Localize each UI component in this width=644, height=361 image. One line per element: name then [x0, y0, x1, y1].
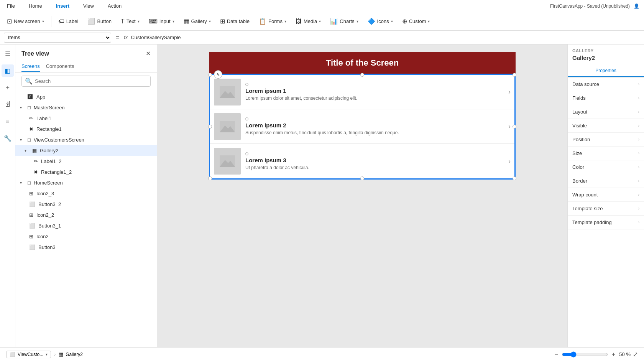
add-icon[interactable]: ＋: [2, 81, 14, 94]
prop-color[interactable]: Color ›: [568, 160, 644, 174]
tree-node-viewcustomersscreen[interactable]: ▾ □ ViewCustomersScreen: [15, 134, 157, 145]
right-tab-properties[interactable]: Properties: [568, 65, 644, 77]
new-screen-icon: ⊡: [7, 18, 12, 25]
text-button[interactable]: T Text ▾: [117, 16, 143, 27]
handle-br[interactable]: [513, 176, 516, 180]
prop-layout-arrow: ›: [638, 110, 639, 114]
prop-template-padding[interactable]: Template padding ›: [568, 216, 644, 229]
prop-wrap-count[interactable]: Wrap count ›: [568, 188, 644, 202]
tree-node-rectangle1[interactable]: ✖ Rectangle1: [15, 124, 157, 134]
search-input[interactable]: [35, 78, 147, 84]
hamburger-icon[interactable]: ☰: [2, 48, 14, 60]
tree-node-button3-1[interactable]: ⬜ Button3_1: [15, 220, 157, 231]
homescreen-checkbox: □: [28, 180, 31, 186]
icons-button[interactable]: 🔷 Icons ▾: [364, 16, 397, 27]
prop-layout[interactable]: Layout ›: [568, 105, 644, 119]
prop-position[interactable]: Position ›: [568, 133, 644, 147]
handle-tl[interactable]: [208, 73, 212, 77]
items-dropdown[interactable]: Items: [4, 33, 111, 43]
gallery-button[interactable]: ▦ Gallery ▾: [180, 16, 215, 27]
new-screen-button[interactable]: ⊡ New screen ▾: [3, 16, 48, 27]
tree-node-label1-2[interactable]: ✏ Label1_2: [15, 156, 157, 166]
forms-button[interactable]: 📋 Forms ▾: [255, 16, 290, 27]
tab-screens[interactable]: Screens: [21, 61, 40, 72]
tree-node-rectangle1-label: Rectangle1: [36, 126, 152, 132]
button3-icon: ⬜: [29, 244, 35, 250]
formula-input[interactable]: [131, 33, 640, 43]
prop-template-size[interactable]: Template size ›: [568, 202, 644, 216]
tree-node-icon2-3[interactable]: ⊞ Icon2_3: [15, 188, 157, 199]
canvas-content: Title of the Screen ✎: [209, 52, 516, 180]
handle-bl[interactable]: [208, 176, 212, 180]
prop-color-label: Color: [572, 164, 584, 170]
menu-home[interactable]: Home: [26, 2, 44, 10]
prop-size[interactable]: Size ›: [568, 147, 644, 160]
handle-edit[interactable]: ✎: [214, 70, 222, 79]
variables-icon[interactable]: ≡: [2, 115, 14, 127]
app-icon: 🅰: [28, 94, 33, 100]
zoom-out-button[interactable]: −: [553, 351, 560, 358]
gallery-dropdown-icon: ▾: [209, 19, 211, 23]
tree-node-icon2-2[interactable]: ⊞ Icon2_2: [15, 209, 157, 220]
tree-node-button3[interactable]: ⬜ Button3: [15, 242, 157, 252]
label1-icon: ✏: [29, 115, 33, 121]
tree-node-button3-1-label: Button3_1: [38, 223, 152, 229]
tree-node-button3-2[interactable]: ⬜ Button3_2: [15, 199, 157, 209]
tools-icon[interactable]: 🔧: [2, 132, 14, 144]
tree-node-gallery2[interactable]: ▾ ▦ Gallery2 ···: [15, 145, 157, 156]
tree-node-app[interactable]: 🅰 App: [15, 91, 157, 102]
menu-file[interactable]: File: [5, 2, 17, 10]
tab-components[interactable]: Components: [46, 61, 74, 72]
gallery-selected[interactable]: ✎ Lorem ipsum 1 Lorem ipsum dolor sit am: [209, 74, 516, 180]
fullscreen-button[interactable]: ⤢: [633, 351, 638, 358]
status-bar: ⬜ ViewCusto... ▾ › ▦ Gallery2 − + 50 % ⤢: [0, 347, 644, 361]
zoom-in-button[interactable]: +: [610, 351, 617, 358]
prop-data-source[interactable]: Data source ›: [568, 77, 644, 91]
database-icon[interactable]: 🗄: [2, 98, 14, 110]
handle-tc[interactable]: [360, 73, 364, 77]
prop-fields[interactable]: Fields ›: [568, 91, 644, 105]
data-table-button[interactable]: ⊞ Data table: [216, 16, 253, 27]
handle-bc[interactable]: [360, 176, 364, 180]
custom-button[interactable]: ⊕ Custom ▾: [398, 16, 434, 27]
tree-node-masterscreen[interactable]: ▾ □ MasterScreen: [15, 102, 157, 113]
prop-visible[interactable]: Visible ›: [568, 119, 644, 133]
menu-insert[interactable]: Insert: [54, 2, 72, 10]
charts-button[interactable]: 📊 Charts ▾: [326, 16, 362, 27]
menu-view[interactable]: View: [81, 2, 96, 10]
status-gallery-pill[interactable]: ▦ Gallery2: [59, 351, 83, 357]
prop-size-arrow: ›: [638, 151, 639, 155]
gallery-row-2[interactable]: Lorem ipsum 2 Suspendisse enim metus, ti…: [210, 109, 514, 144]
tree-node-homescreen[interactable]: ▾ □ HomeScreen: [15, 177, 157, 188]
prop-data-source-label: Data source: [572, 81, 599, 87]
prop-size-label: Size: [572, 150, 582, 156]
button-button[interactable]: ⬜ Button: [84, 16, 115, 27]
handle-ml[interactable]: [208, 125, 212, 129]
tree-node-icon2-2-label: Icon2_2: [36, 212, 152, 218]
prop-template-size-arrow: ›: [638, 206, 639, 211]
layers-icon[interactable]: ◧: [2, 64, 14, 77]
tree-node-button3-label: Button3: [38, 244, 152, 250]
menu-action[interactable]: Action: [105, 2, 124, 10]
new-screen-dropdown-icon: ▾: [42, 19, 44, 23]
tree-close-button[interactable]: ✕: [146, 50, 151, 57]
label-button[interactable]: 🏷 Label: [54, 16, 82, 27]
handle-tr[interactable]: [513, 73, 516, 77]
input-button[interactable]: ⌨ Input ▾: [145, 16, 178, 27]
tree-node-label1[interactable]: ✏ Label1: [15, 113, 157, 124]
gallery-row-1[interactable]: Lorem ipsum 1 Lorem ipsum dolor sit amet…: [210, 75, 514, 109]
tree-node-rectangle1-2[interactable]: ✖ Rectangle1_2: [15, 166, 157, 177]
svg-point-2: [230, 87, 234, 91]
gallery-thumb-1: [214, 79, 241, 105]
tree-node-icon2[interactable]: ⊞ Icon2: [15, 231, 157, 242]
zoom-slider[interactable]: [562, 351, 608, 358]
button-icon: ⬜: [87, 18, 95, 25]
gallery-row-3[interactable]: Lorem ipsum 3 Ut pharetra a dolor ac veh…: [210, 144, 514, 178]
app-title: FirstCanvasApp - Saved (Unpublished) 👤: [550, 3, 639, 9]
handle-mr[interactable]: [513, 125, 516, 129]
prop-border[interactable]: Border ›: [568, 174, 644, 188]
media-button[interactable]: 🖼 Media ▾: [292, 16, 325, 27]
status-screen-pill[interactable]: ⬜ ViewCusto... ▾: [6, 351, 51, 358]
rectangle1-icon: ✖: [29, 126, 33, 132]
prop-fields-label: Fields: [572, 95, 586, 101]
